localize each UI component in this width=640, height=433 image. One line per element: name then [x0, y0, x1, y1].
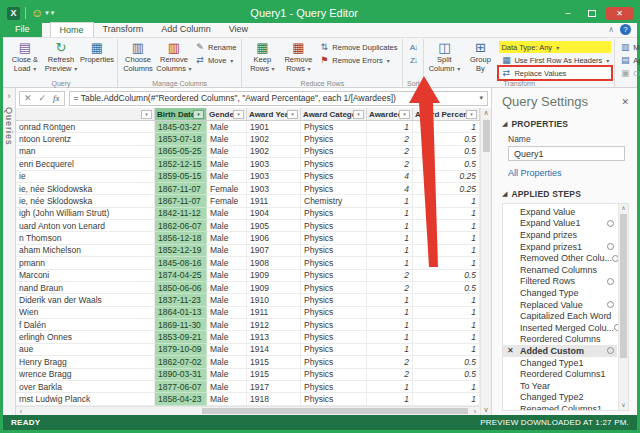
applied-step-changed-type[interactable]: Changed Type [503, 287, 617, 299]
remove-errors-button[interactable]: ⚑Remove Errors▾ [317, 54, 399, 66]
accept-formula-icon[interactable]: ✓ [39, 93, 47, 103]
filter-button[interactable]: ▾ [287, 110, 298, 119]
column-header-award-percentage[interactable]: Award Percentage▾ [413, 108, 480, 120]
tab-view[interactable]: View [220, 22, 257, 37]
delete-step-icon[interactable]: ✕ [507, 346, 514, 355]
merge-queries-button[interactable]: ▥Merge Queries [618, 41, 640, 53]
scroll-down-icon[interactable]: ∨ [483, 405, 488, 415]
split-column-button[interactable]: ◫SplitColumn ▾ [427, 40, 461, 74]
scroll-up-icon[interactable]: ∧ [483, 108, 488, 118]
column-header-birth-date[interactable]: Birth Date▾ [155, 108, 207, 120]
step-settings-gear-icon[interactable] [607, 243, 614, 250]
close-button[interactable]: ✕ [606, 7, 633, 20]
applied-step-capitalized-each-word[interactable]: Capitalized Each Word [503, 310, 617, 322]
collapse-ribbon-icon[interactable]: ∧ [608, 25, 614, 34]
steps-scroll-thumb[interactable] [620, 214, 627, 358]
tab-transform[interactable]: Transform [94, 22, 153, 37]
button-label: Use First Row As Headers [514, 56, 602, 65]
help-icon[interactable]: ? [620, 24, 631, 35]
use-first-row-as-headers-button[interactable]: ▦Use First Row As Headers▾ [499, 54, 611, 66]
keep-rows-button[interactable]: ▦KeepRows ▾ [245, 40, 279, 74]
filter-button[interactable]: ▾ [399, 110, 410, 119]
tab-file[interactable]: File [3, 22, 42, 37]
append-queries-button[interactable]: ▤Append Queries [618, 54, 640, 66]
step-settings-gear-icon[interactable] [607, 220, 614, 227]
applied-step-renamed-columns[interactable]: Renamed Columns [503, 264, 617, 276]
applied-step-expand-prizes[interactable]: Expand prizes [503, 229, 617, 241]
applied-step-added-custom[interactable]: ✕Added Custom [503, 345, 617, 357]
refresh-preview-button[interactable]: ↻RefreshPreview ▾ [44, 40, 78, 74]
remove-columns-button[interactable]: ▥RemoveColumns ▾ [157, 40, 191, 74]
data-type-any-button[interactable]: Data Type: Any▾ [499, 41, 611, 53]
step-settings-gear-icon[interactable] [607, 278, 614, 285]
scroll-right-icon[interactable]: › [470, 408, 480, 415]
all-properties-link[interactable]: All Properties [508, 168, 629, 178]
applied-step-expand-prizes1[interactable]: Expand prizes1 [503, 241, 617, 253]
tab-home[interactable]: Home [50, 22, 94, 37]
applied-step-removed-other-colu[interactable]: Removed Other Colu... [503, 252, 617, 264]
replace-values-button[interactable]: ⇄Replace Values [499, 67, 611, 79]
close-load-button[interactable]: ▤Close &Load ▾ [8, 40, 42, 74]
table-cell: 1917 [247, 381, 301, 393]
filter-button[interactable]: ▾ [466, 110, 477, 119]
column-header-gender[interactable]: Gender▾ [207, 108, 247, 120]
choose-columns-button[interactable]: ▥ChooseColumns [121, 40, 155, 74]
applied-step-reordered-columns[interactable]: Reordered Columns [503, 334, 617, 346]
maximize-button[interactable] [582, 7, 602, 20]
column-header-item[interactable]: ▾ [16, 108, 155, 120]
applied-step-expand-value1[interactable]: Expand Value1 [503, 218, 617, 230]
expand-queries-icon[interactable]: › [8, 91, 11, 101]
smiley-dropdown-icon[interactable]: ▾ [45, 9, 49, 17]
applied-steps-section-header[interactable]: ◢ APPLIED STEPS [502, 189, 629, 199]
query-name-input[interactable]: Query1 [508, 146, 625, 161]
applied-step-to-year[interactable]: To Year [503, 380, 617, 392]
filter-button[interactable]: ▾ [233, 110, 244, 119]
applied-step-expand-value[interactable]: Expand Value [503, 206, 617, 218]
table-cell: 1859-05-15 [155, 171, 207, 183]
applied-step-reordered-columns1[interactable]: Reordered Columns1 [503, 368, 617, 380]
close-pane-icon[interactable]: ✕ [621, 97, 629, 107]
applied-step-changed-type2[interactable]: Changed Type2 [503, 392, 617, 404]
table-cell: 1909 [247, 282, 301, 294]
properties-section-header[interactable]: ◢ PROPERTIES [502, 119, 629, 129]
vertical-scrollbar[interactable]: ∧ ∨ [480, 108, 491, 415]
applied-step-renamed-columns1[interactable]: Renamed Columns1 [503, 403, 617, 411]
applied-step-inserted-merged-colu[interactable]: Inserted Merged Colu... [503, 322, 617, 334]
step-settings-gear-icon[interactable] [607, 301, 614, 308]
item-button[interactable]: Z↓ [406, 54, 420, 66]
horizontal-scroll-thumb[interactable] [202, 408, 468, 414]
filter-button[interactable]: ▾ [353, 110, 364, 119]
formula-input[interactable]: = Table.AddColumn(#"Reordered Columns", … [69, 91, 488, 106]
cancel-formula-icon[interactable]: ✕ [24, 93, 32, 103]
steps-scrollbar[interactable]: ∧ ∨ [618, 204, 628, 410]
minimize-button[interactable]: – [558, 7, 578, 20]
steps-scroll-up-icon[interactable]: ∧ [619, 204, 628, 213]
step-settings-gear-icon[interactable] [607, 347, 614, 354]
function-icon[interactable]: fx [53, 93, 60, 103]
applied-step-changed-type1[interactable]: Changed Type1 [503, 357, 617, 369]
horizontal-scrollbar[interactable]: ‹ › [16, 406, 480, 415]
remove-duplicates-button[interactable]: ⇅Remove Duplicates [317, 41, 399, 53]
remove-rows-button[interactable]: ▦RemoveRows ▾ [281, 40, 315, 74]
column-header-awardees[interactable]: Awardees▾ [367, 108, 413, 120]
feedback-smiley-icon[interactable]: ☺ [31, 7, 43, 19]
filter-button[interactable]: ▾ [193, 110, 204, 119]
applied-step-replaced-value[interactable]: Replaced Value [503, 299, 617, 311]
filter-button[interactable]: ▾ [141, 110, 152, 119]
queries-collapsed-pane[interactable]: › Queries [3, 88, 16, 415]
steps-scroll-down-icon[interactable]: ∨ [619, 401, 628, 410]
column-header-award-category[interactable]: Award Category▾ [301, 108, 367, 120]
scroll-left-icon[interactable]: ‹ [16, 408, 26, 415]
applied-step-filtered-rows[interactable]: Filtered Rows [503, 276, 617, 288]
formula-expand-icon[interactable]: ▾ [475, 94, 483, 102]
properties-button[interactable]: ▦Properties [80, 40, 114, 66]
rename-button[interactable]: ✎Rename [193, 41, 238, 53]
table-cell: 1 [413, 319, 480, 331]
move-button[interactable]: ⇄Move▾ [193, 54, 238, 66]
item-button[interactable]: A↓ [406, 41, 420, 53]
tab-add-column[interactable]: Add Column [152, 22, 220, 37]
column-header-award-year[interactable]: Award Year▾ [247, 108, 301, 120]
group-by-button[interactable]: ⊞GroupBy [463, 40, 497, 74]
table-cell: 1 [367, 220, 413, 232]
vertical-scroll-thumb[interactable] [483, 120, 490, 152]
